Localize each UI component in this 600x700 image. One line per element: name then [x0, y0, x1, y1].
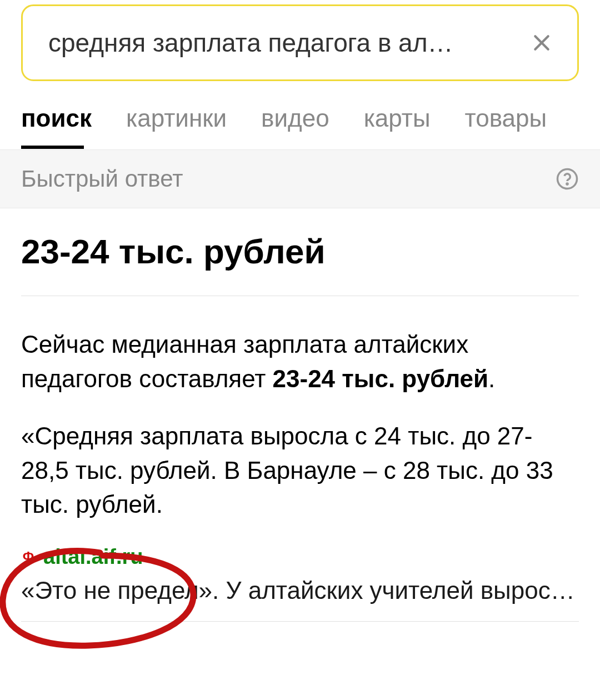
search-input[interactable]: средняя зарплата педагога в ал… [48, 28, 517, 58]
quick-answer-header: Быстрый ответ [0, 149, 600, 208]
answer-text: Сейчас медианная зарплата алтайских педа… [21, 327, 579, 522]
source-domain: altai.aif.ru [43, 545, 143, 569]
svg-point-3 [567, 183, 568, 184]
search-container: средняя зарплата педагога в ал… [0, 0, 600, 81]
tab-video[interactable]: видео [261, 104, 329, 149]
svg-text:Ф: Ф [23, 549, 34, 564]
source-block[interactable]: Ф altai.aif.ru «Это не предел». У алтайс… [21, 545, 579, 622]
answer-text-bold: 23-24 тыс. рублей [273, 365, 489, 392]
clear-icon[interactable] [528, 29, 555, 56]
tab-search[interactable]: поиск [21, 104, 92, 149]
svg-point-2 [558, 169, 577, 189]
tab-goods[interactable]: товары [465, 104, 547, 149]
help-icon[interactable] [556, 167, 579, 191]
answer-text-span: . [488, 365, 495, 392]
answer-card: 23-24 тыс. рублей Сейчас медианная зарпл… [0, 208, 600, 622]
tabs: поиск картинки видео карты товары [0, 81, 600, 149]
tab-images[interactable]: картинки [126, 104, 227, 149]
source-title: «Это не предел». У алтайских учителей вы… [21, 577, 579, 604]
answer-paragraph-2: «Средняя зарплата выросла с 24 тыс. до 2… [21, 419, 579, 522]
source-divider [21, 621, 579, 622]
quick-answer-label: Быстрый ответ [21, 166, 183, 192]
source-favicon-icon: Ф [21, 549, 36, 564]
search-box[interactable]: средняя зарплата педагога в ал… [21, 4, 579, 81]
tab-maps[interactable]: карты [364, 104, 431, 149]
answer-headline: 23-24 тыс. рублей [21, 232, 579, 296]
source-domain-row: Ф altai.aif.ru [21, 545, 579, 569]
answer-paragraph-1: Сейчас медианная зарплата алтайских педа… [21, 327, 579, 396]
